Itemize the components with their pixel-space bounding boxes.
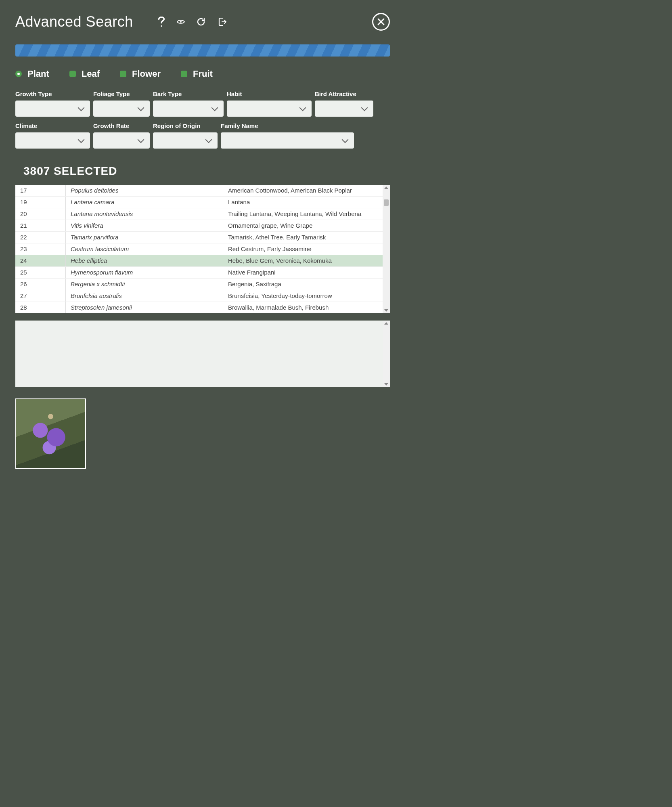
row-common-name: Lantana: [223, 197, 383, 208]
row-id: 26: [15, 279, 66, 290]
row-latin-name: Populus deltoides: [66, 185, 223, 196]
row-common-name: Hebe, Blue Gem, Veronica, Kokomuka: [223, 255, 383, 266]
row-id: 17: [15, 185, 66, 196]
table-row[interactable]: 20Lantana montevidensisTrailing Lantana,…: [15, 208, 383, 220]
scroll-down-icon[interactable]: [384, 383, 388, 386]
row-common-name: Ornamental grape, Wine Grape: [223, 220, 383, 231]
detail-panel: [15, 321, 390, 387]
table-row[interactable]: 17Populus deltoidesAmerican Cottonwood, …: [15, 185, 383, 197]
table-row[interactable]: 22Tamarix parvifloraTamarisk, Athel Tree…: [15, 232, 383, 243]
category-tab-leaf[interactable]: Leaf: [69, 69, 100, 79]
row-latin-name: Tamarix parviflora: [66, 232, 223, 243]
row-latin-name: Vitis vinifera: [66, 220, 223, 231]
results-table: 17Populus deltoidesAmerican Cottonwood, …: [15, 185, 390, 313]
filter-label: Bark Type: [153, 90, 224, 97]
table-row[interactable]: 24Hebe ellipticaHebe, Blue Gem, Veronica…: [15, 255, 383, 267]
refresh-icon[interactable]: [196, 17, 206, 27]
results-table-body[interactable]: 17Populus deltoidesAmerican Cottonwood, …: [15, 185, 383, 313]
row-id: 24: [15, 255, 66, 266]
scroll-up-icon[interactable]: [384, 187, 388, 189]
filter-group: Family Name: [221, 122, 354, 149]
filter-label: Climate: [15, 122, 90, 129]
category-label: Plant: [27, 69, 49, 79]
scroll-thumb[interactable]: [384, 199, 389, 206]
toolbar: [157, 17, 227, 27]
category-label: Flower: [132, 69, 161, 79]
filter-select-growth-rate[interactable]: [93, 132, 150, 149]
filter-group: Bird Attractive: [315, 90, 373, 117]
filter-label: Growth Rate: [93, 122, 150, 129]
row-common-name: Browallia, Marmalade Bush, Firebush: [223, 302, 383, 313]
filter-select-habit[interactable]: [227, 101, 312, 117]
title-wrap: Advanced Search: [15, 13, 227, 30]
filter-group: Climate: [15, 122, 90, 149]
row-latin-name: Hymenosporum flavum: [66, 267, 223, 278]
filter-select-bird-attractive[interactable]: [315, 101, 373, 117]
svg-point-1: [180, 21, 182, 23]
filter-select-region-of-origin[interactable]: [153, 132, 218, 149]
table-row[interactable]: 21Vitis viniferaOrnamental grape, Wine G…: [15, 220, 383, 232]
row-common-name: Tamarisk, Athel Tree, Early Tamarisk: [223, 232, 383, 243]
category-indicator-icon: [15, 71, 22, 77]
selected-count: 3807 SELECTED: [23, 165, 390, 178]
filters-row-2: ClimateGrowth RateRegion of OriginFamily…: [15, 122, 390, 149]
row-latin-name: Streptosolen jamesonii: [66, 302, 223, 313]
category-indicator-icon: [69, 71, 76, 77]
page-title: Advanced Search: [15, 13, 133, 30]
category-label: Leaf: [82, 69, 100, 79]
filter-select-climate[interactable]: [15, 132, 90, 149]
results-scrollbar[interactable]: [383, 185, 390, 313]
close-button[interactable]: [372, 13, 390, 31]
category-tab-flower[interactable]: Flower: [120, 69, 161, 79]
category-tabs: PlantLeafFlowerFruit: [15, 69, 390, 79]
preview-thumbnail[interactable]: [15, 398, 86, 469]
row-id: 22: [15, 232, 66, 243]
filter-group: Bark Type: [153, 90, 224, 117]
help-icon[interactable]: [157, 17, 165, 27]
row-common-name: Bergenia, Saxifraga: [223, 279, 383, 290]
table-row[interactable]: 28Streptosolen jamesoniiBrowallia, Marma…: [15, 302, 383, 313]
category-tab-fruit[interactable]: Fruit: [181, 69, 213, 79]
header-row: Advanced Search: [15, 13, 390, 31]
export-icon[interactable]: [217, 17, 227, 27]
table-row[interactable]: 19Lantana camaraLantana: [15, 197, 383, 208]
filter-select-foliage-type[interactable]: [93, 101, 150, 117]
row-latin-name: Lantana montevidensis: [66, 208, 223, 220]
scroll-down-icon[interactable]: [384, 309, 388, 312]
table-row[interactable]: 25Hymenosporum flavumNative Frangipani: [15, 267, 383, 279]
filter-label: Foliage Type: [93, 90, 150, 97]
category-label: Fruit: [193, 69, 213, 79]
svg-point-0: [161, 25, 162, 27]
filter-select-growth-type[interactable]: [15, 101, 90, 117]
filter-group: Region of Origin: [153, 122, 218, 149]
filter-group: Growth Rate: [93, 122, 150, 149]
progress-bar: [15, 44, 390, 57]
row-common-name: Red Cestrum, Early Jassamine: [223, 243, 383, 255]
row-latin-name: Brunfelsia australis: [66, 290, 223, 302]
category-tab-plant[interactable]: Plant: [15, 69, 49, 79]
row-latin-name: Hebe elliptica: [66, 255, 223, 266]
detail-body: [15, 321, 383, 387]
row-common-name: Native Frangipani: [223, 267, 383, 278]
row-id: 21: [15, 220, 66, 231]
filters-row-1: Growth TypeFoliage TypeBark TypeHabitBir…: [15, 90, 390, 117]
filter-label: Habit: [227, 90, 312, 97]
filter-label: Growth Type: [15, 90, 90, 97]
eye-icon[interactable]: [177, 19, 185, 24]
category-indicator-icon: [181, 71, 187, 77]
row-common-name: Brunsfeisia, Yesterday-today-tomorrow: [223, 290, 383, 302]
row-id: 25: [15, 267, 66, 278]
filter-select-bark-type[interactable]: [153, 101, 224, 117]
row-id: 28: [15, 302, 66, 313]
filter-select-family-name[interactable]: [221, 132, 354, 149]
filter-group: Growth Type: [15, 90, 90, 117]
table-row[interactable]: 23Cestrum fasciculatumRed Cestrum, Early…: [15, 243, 383, 255]
filter-label: Region of Origin: [153, 122, 218, 129]
row-latin-name: Bergenia x schmidtii: [66, 279, 223, 290]
scroll-up-icon[interactable]: [384, 322, 388, 325]
table-row[interactable]: 26Bergenia x schmidtiiBergenia, Saxifrag…: [15, 279, 383, 290]
row-id: 27: [15, 290, 66, 302]
table-row[interactable]: 27Brunfelsia australisBrunsfeisia, Yeste…: [15, 290, 383, 302]
row-id: 20: [15, 208, 66, 220]
detail-scrollbar[interactable]: [383, 321, 390, 387]
